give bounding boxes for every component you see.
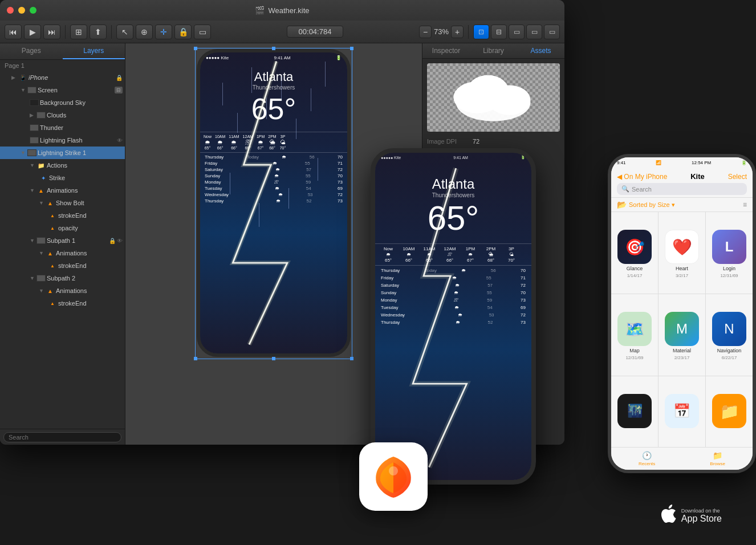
phone2-city: Atlanta [375, 176, 531, 192]
toolbar-cursor-btn[interactable]: ↖ [116, 25, 133, 39]
actions-icon: 📁 [36, 161, 46, 170]
tab-assets[interactable]: Assets [517, 43, 564, 58]
fm-cell-heart[interactable]: ❤️ Heart 3/2/17 [659, 212, 705, 294]
bg-sky-thumb [30, 99, 39, 106]
fm-browse-btn[interactable]: 📁 Browse [710, 451, 725, 466]
maximize-button[interactable] [30, 7, 36, 14]
layer-lightning-flash[interactable]: Lightning Flash 👁 [0, 134, 125, 147]
fm-cell-login[interactable]: L Login 12/31/69 [706, 212, 753, 294]
layer-strike[interactable]: ✦ Strike [0, 172, 125, 184]
toolbar-lock-btn[interactable]: 🔒 [174, 25, 192, 39]
toolbar-layout-btn[interactable]: ⊞ [70, 25, 87, 39]
toolbar-rect-btn[interactable]: ▭ [194, 25, 211, 39]
view-btn-3[interactable]: ▭ [509, 25, 525, 39]
layer-subpath-2[interactable]: ▼ Subpath 2 [0, 272, 125, 284]
layer-strike-label: Strike [49, 174, 123, 181]
hourly-forecast: Now🌧65° 10AM🌧66° 11AM🌧66° 12AM⛈66° [200, 132, 347, 152]
view-btn-4[interactable]: ▭ [526, 25, 542, 39]
toolbar-forward-btn[interactable]: ⏭ [43, 25, 60, 39]
fm-cell-glance[interactable]: 🎯 Glance 1/14/17 [611, 212, 658, 294]
p3-battery: 🔋 [741, 160, 747, 165]
fm-sort-label[interactable]: Sorted by Size ▾ [629, 201, 741, 209]
stroke-end-icon: ▲ [48, 211, 57, 220]
tab-layers[interactable]: Layers [63, 43, 125, 59]
fm-recents-btn[interactable]: 🕐 Recents [639, 451, 655, 466]
fm-date-heart: 3/2/17 [676, 273, 688, 278]
layer-animations-2[interactable]: ▼ ▲ Animations [0, 247, 125, 259]
chevron-icon: ▼ [30, 275, 35, 281]
layer-show-bolt[interactable]: ▼ ▲ Show Bolt [0, 197, 125, 209]
fm-cell-folder[interactable]: 📁 [706, 376, 753, 447]
handle-br[interactable] [350, 357, 353, 360]
fm-grid: 🎯 Glance 1/14/17 ❤️ Heart 3/2/17 L [611, 212, 753, 447]
fm-cell-dark[interactable]: 🌃 [611, 376, 658, 447]
handle-bm[interactable] [272, 357, 275, 360]
title-icon: 🎬 [255, 6, 265, 15]
layer-screen[interactable]: ▼ Screen ⊟ [0, 84, 125, 96]
zoom-minus-btn[interactable]: − [419, 26, 432, 38]
tab-inspector[interactable]: Inspector [422, 43, 470, 58]
tab-pages[interactable]: Pages [0, 43, 63, 59]
daily-forecast: ThursdayToday🌧5670 Friday🌧5571 Saturday🌧… [200, 152, 347, 205]
anim3-icon: ▲ [46, 286, 55, 295]
anim-icon: ▲ [36, 186, 46, 195]
forecast-row-sat: Saturday🌧5772 [205, 166, 343, 173]
list-view-icon[interactable]: ≡ [743, 201, 747, 209]
eye-icon[interactable]: 👁 [117, 137, 123, 144]
p3-time: 12:54 PM [692, 160, 711, 165]
fm-back-btn[interactable]: ◀ ◀ On My iPhoneOn My iPhone [617, 173, 667, 181]
view-btn-1[interactable]: ⊡ [473, 25, 489, 39]
screen-thumb [27, 87, 36, 93]
toolbar-play-btn[interactable]: ▶ [24, 25, 41, 39]
toolbar-sep-1 [65, 25, 66, 39]
view-btn-5[interactable]: ▭ [544, 25, 560, 39]
layer-bg-sky[interactable]: Background Sky [0, 96, 125, 109]
fm-cell-map[interactable]: 🗺️ Map 12/31/69 [611, 294, 658, 376]
forecast-row-sun: Sunday🌧5570 [205, 173, 343, 179]
fm-cell-cal[interactable]: 📅 [659, 376, 705, 447]
fm-cell-nav[interactable]: N Navigation 6/22/17 [706, 294, 753, 376]
layer-thunder[interactable]: Thunder [0, 121, 125, 134]
fm-date-login: 12/31/69 [720, 273, 738, 278]
layer-animations[interactable]: ▼ ▲ Animations [0, 184, 125, 197]
layer-clouds[interactable]: ▶ Clouds [0, 109, 125, 121]
toolbar-back-btn[interactable]: ⏮ [5, 25, 22, 39]
layer-opacity[interactable]: ▲ opacity [0, 222, 125, 234]
layer-stroke-end-2[interactable]: ▲ strokeEnd [0, 259, 125, 272]
layer-animations-2-label: Animations [56, 250, 123, 257]
layer-lightning-strike-1[interactable]: ▼ Lightning Strike 1 [0, 147, 125, 159]
layer-stroke-end-1[interactable]: ▲ strokeEnd [0, 209, 125, 222]
layer-subpath-1[interactable]: ▼ Subpath 1 🔒 👁 [0, 234, 125, 247]
fm-cell-material[interactable]: M Material 2/23/17 [659, 294, 705, 376]
layer-iphone[interactable]: ▶ 📱 iPhone 🔒 [0, 71, 125, 84]
toolbar-share-btn[interactable]: ⬆ [90, 25, 107, 39]
status-left: ●●●●● Kite [206, 55, 229, 60]
layer-search-input[interactable] [3, 432, 121, 442]
eye-icon[interactable]: 👁 [117, 238, 123, 244]
appstore-badge[interactable]: Download on the App Store [660, 503, 722, 528]
fm-thumb-map: 🗺️ [617, 312, 652, 346]
minimize-button[interactable] [18, 7, 25, 14]
fm-select-btn[interactable]: Select [728, 173, 747, 181]
right-panel-tabs: Inspector Library Assets [422, 43, 564, 59]
left-panel: Pages Layers Page 1 ▶ 📱 iPhone 🔒 ▼ Scree… [0, 43, 125, 445]
handle-bl[interactable] [194, 357, 197, 360]
layer-tree: Page 1 ▶ 📱 iPhone 🔒 ▼ Screen ⊟ [0, 60, 125, 429]
layer-actions[interactable]: ▼ 📁 Actions [0, 159, 125, 172]
fm-date-glance: 1/14/17 [627, 273, 643, 278]
toolbar-crosshair-btn[interactable]: ✛ [155, 25, 172, 39]
chevron-icon: ▼ [21, 150, 26, 156]
layer-stroke-end-3[interactable]: ▲ strokeEnd [0, 297, 125, 310]
layer-lightning-strike-1-label: Lightning Strike 1 [38, 149, 123, 156]
layer-animations-3[interactable]: ▼ ▲ Animations [0, 284, 125, 297]
tab-library[interactable]: Library [470, 43, 517, 58]
zoom-plus-btn[interactable]: + [451, 26, 464, 38]
close-button[interactable] [7, 7, 14, 14]
fm-nav: ◀ ◀ On My iPhoneOn My iPhone Kite Select [617, 172, 747, 181]
toolbar-zoom-tool-btn[interactable]: ⊕ [136, 25, 153, 39]
view-btn-2[interactable]: ⊟ [491, 25, 507, 39]
window-title: 🎬 Weather.kite [255, 6, 309, 15]
fm-name-login: Login [723, 266, 735, 271]
fm-search-bar[interactable]: 🔍 Search [617, 183, 747, 195]
layer-lightning-flash-label: Lightning Flash [40, 137, 116, 144]
